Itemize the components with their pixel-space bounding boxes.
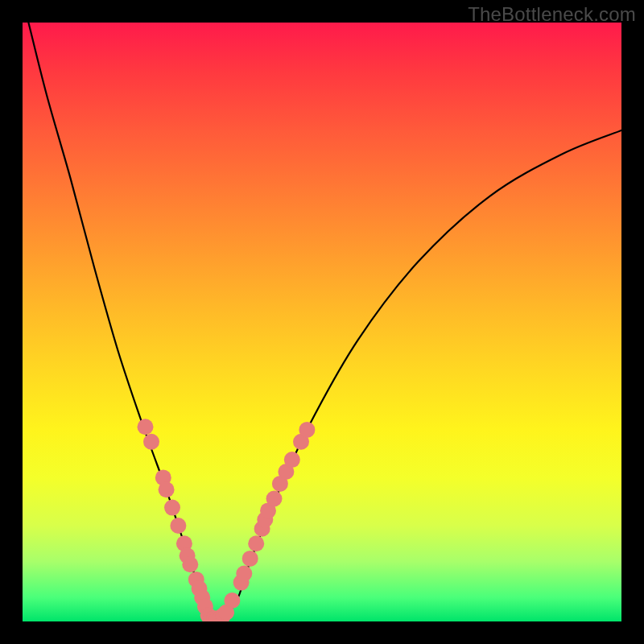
sample-dot (266, 491, 283, 507)
sample-dot (299, 422, 315, 438)
sample-dots-layer (138, 419, 316, 621)
bottleneck-curve (28, 23, 621, 621)
chart-svg (23, 23, 621, 621)
sample-dot (224, 592, 240, 609)
watermark-text: TheBottleneck.com (468, 3, 636, 26)
sample-dot (248, 535, 264, 551)
sample-dot (284, 452, 300, 468)
sample-dot (170, 518, 186, 534)
plot-area (23, 23, 621, 621)
sample-dot (164, 500, 180, 516)
sample-dot (159, 481, 175, 497)
chart-frame: TheBottleneck.com (0, 0, 644, 644)
sample-dot (242, 551, 258, 567)
sample-dot (143, 434, 159, 450)
curve-layer (28, 23, 621, 621)
sample-dot (236, 566, 252, 582)
sample-dot (138, 419, 154, 435)
sample-dot (182, 556, 198, 572)
